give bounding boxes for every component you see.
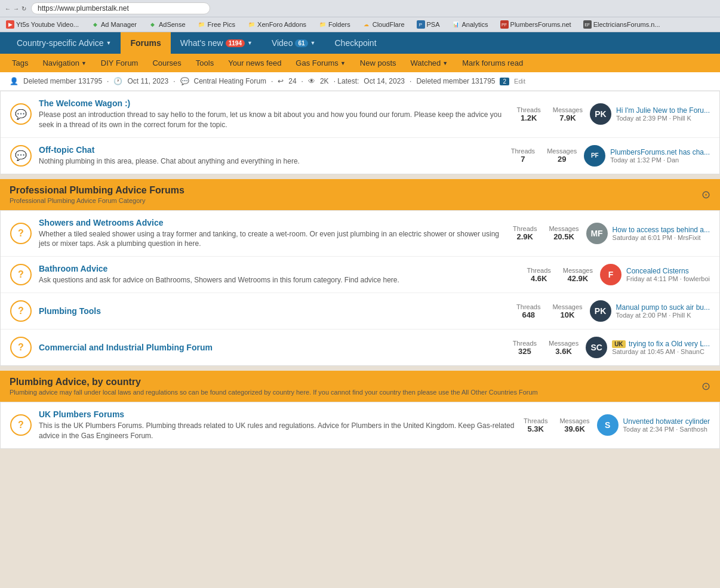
tools-latest-title[interactable]: Manual pump to suck air bu... (616, 303, 710, 312)
showers-desc: Whether a tiled sealed shower using a tr… (39, 229, 506, 250)
forward-icon[interactable]: → (13, 5, 19, 12)
bathroom-info: Bathroom Advice Ask questions and ask fo… (39, 264, 519, 285)
nav-checkpoint[interactable]: Checkpoint (325, 32, 386, 54)
off-topic-latest-title[interactable]: PlumbersForums.net has cha... (610, 148, 710, 156)
off-topic-avatar: PF (584, 145, 605, 167)
bookmark-cloudflare[interactable]: ☁ CloudFlare (360, 19, 407, 30)
bookmark-folders[interactable]: 📁 Folders (316, 19, 353, 30)
bookmark-analytics[interactable]: 📊 Analytics (450, 19, 491, 30)
off-topic-threads: Threads 7 (511, 147, 535, 164)
off-topic-messages: Messages 29 (547, 147, 577, 164)
subnav-courses[interactable]: Courses (145, 54, 188, 72)
off-topic-desc: Nothing plumbing in this area, please. C… (39, 156, 504, 167)
subnav-tools[interactable]: Tools (189, 54, 221, 72)
off-topic-latest-meta: Today at 1:32 PM · Dan (610, 156, 710, 164)
welcome-wagon-messages: Messages 7.9K (553, 106, 583, 122)
showers-icon: ? (10, 223, 32, 244)
professional-section-subtitle: Professional Plumbing Advice Forum Categ… (10, 197, 184, 204)
by-country-section-header: Plumbing Advice, by country Plumbing adv… (0, 371, 720, 402)
bookmark-xenforo[interactable]: 📁 XenForo Addons (245, 19, 309, 30)
uk-threads: Threads 5.3K (524, 417, 547, 433)
tools-latest: PK Manual pump to suck air bu... Today a… (590, 300, 710, 322)
showers-messages: Messages 20.5K (549, 225, 579, 241)
tools-messages: Messages 10K (552, 303, 582, 319)
bookmark-adsense[interactable]: ◆ AdSense (146, 19, 188, 30)
bathroom-icon: ? (10, 264, 32, 285)
whats-new-dropdown-arrow: ▼ (247, 40, 253, 46)
uk-latest: S Unvented hotwater cylinder Today at 2:… (597, 414, 710, 436)
showers-title[interactable]: Showers and Wetrooms Advice (39, 218, 506, 227)
subnav-mark-forums-read[interactable]: Mark forums read (455, 54, 530, 72)
chat-icon: 💬 (180, 77, 189, 85)
yt5s-icon: ▶ (6, 20, 14, 29)
uk-stats: Threads 5.3K Messages 39.6K (524, 417, 590, 433)
welcome-wagon-info: The Welcome Wagon :) Please post an intr… (39, 98, 509, 130)
uk-info: UK Plumbers Forums This is the UK Plumbe… (39, 410, 516, 441)
off-topic-icon: 💬 (10, 145, 32, 167)
subnav-gas-forums[interactable]: Gas Forums ▼ (288, 54, 352, 72)
uk-title[interactable]: UK Plumbers Forums (39, 410, 516, 419)
commercial-messages: Messages 3.6K (549, 340, 579, 356)
commercial-title[interactable]: Commercial and Industrial Plumbing Forum (39, 343, 506, 352)
welcome-wagon-latest-title[interactable]: Hi I'm Julie New to the Foru... (616, 106, 710, 115)
subnav-navigation[interactable]: Navigation ▼ (35, 54, 93, 72)
off-topic-latest-info: PlumbersForums.net has cha... Today at 1… (610, 148, 710, 164)
welcome-wagon-latest-info: Hi I'm Julie New to the Foru... Today at… (616, 106, 710, 122)
url-bar[interactable]: https://www.plumberstalk.net (31, 2, 210, 14)
uk-latest-meta: Today at 2:34 PM · Santhosh (623, 426, 710, 433)
subnav-news-feed[interactable]: Your news feed (221, 54, 288, 72)
by-country-toggle[interactable]: ⊙ (701, 380, 710, 393)
bookmark-yt5s[interactable]: ▶ Yt5s Youtube Video... (4, 19, 81, 30)
forum-row-bathroom: ? Bathroom Advice Ask questions and ask … (1, 257, 719, 293)
by-country-section: Plumbing Advice, by country Plumbing adv… (0, 371, 720, 449)
uk-latest-title[interactable]: Unvented hotwater cylinder (623, 417, 710, 426)
welcome-section: 💬 The Welcome Wagon :) Please post an in… (0, 91, 720, 174)
bathroom-title[interactable]: Bathroom Advice (39, 264, 519, 273)
bathroom-messages: Messages 42.9K (563, 267, 593, 283)
bathroom-latest-title[interactable]: Concealed Cisterns (626, 267, 710, 275)
showers-latest: MF How to access taps behind a... Saturd… (586, 223, 710, 244)
showers-latest-title[interactable]: How to access taps behind a... (613, 226, 710, 234)
bookmark-electriciansforums[interactable]: EF ElectriciansForums.n... (581, 19, 663, 30)
tools-icon: ? (10, 300, 32, 322)
welcome-forum-container: 💬 The Welcome Wagon :) Please post an in… (0, 91, 720, 174)
bookmarks-bar: ▶ Yt5s Youtube Video... ◆ Ad Manager ◆ A… (0, 17, 720, 32)
nav-video[interactable]: Video 61 ▼ (262, 32, 325, 54)
commercial-latest-title[interactable]: UK trying to fix a Old very L... (612, 340, 710, 348)
tools-latest-info: Manual pump to suck air bu... Today at 2… (616, 303, 710, 319)
subnav-watched[interactable]: Watched ▼ (404, 54, 456, 72)
nav-forums[interactable]: Forums (121, 32, 170, 54)
bookmark-psa[interactable]: P PSA (414, 19, 442, 30)
bathroom-desc: Ask questions and ask for advice on Bath… (39, 275, 519, 285)
nav-whats-new[interactable]: What's new 1194 ▼ (171, 32, 262, 54)
bookmark-plumbersforums[interactable]: PF PlumbersForums.net (498, 19, 574, 30)
forum-row-tools: ? Plumbing Tools Threads 648 Messages 10… (1, 293, 719, 330)
subnav-tags[interactable]: Tags (5, 54, 35, 72)
video-badge: 61 (295, 39, 307, 47)
off-topic-stats: Threads 7 Messages 29 (511, 147, 577, 164)
tools-title[interactable]: Plumbing Tools (39, 306, 509, 316)
subnav-new-posts[interactable]: New posts (353, 54, 404, 72)
bookmark-admanager[interactable]: ◆ Ad Manager (88, 19, 139, 30)
off-topic-latest: PF PlumbersForums.net has cha... Today a… (584, 145, 710, 167)
tools-threads: Threads 648 (516, 303, 540, 319)
by-country-forum-container: ? UK Plumbers Forums This is the UK Plum… (0, 402, 720, 449)
bathroom-stats: Threads 4.6K Messages 42.9K (527, 267, 593, 283)
freepics-icon: 📁 (198, 20, 206, 29)
uk-icon: ? (10, 414, 32, 436)
off-topic-title[interactable]: Off-topic Chat (39, 145, 504, 155)
subnav-diy-forum[interactable]: DIY Forum (94, 54, 146, 72)
uk-desc: This is the UK Plumbers Forums. Plumbing… (39, 421, 516, 441)
professional-toggle[interactable]: ⊙ (701, 188, 710, 201)
edit-link[interactable]: Edit (514, 78, 525, 85)
welcome-wagon-latest: PK Hi I'm Julie New to the Foru... Today… (590, 103, 710, 125)
welcome-wagon-title[interactable]: The Welcome Wagon :) (39, 98, 509, 108)
back-icon[interactable]: ← (5, 5, 11, 12)
xenforo-icon: 📁 (247, 20, 256, 29)
bookmark-freepics[interactable]: 📁 Free Pics (195, 19, 238, 30)
nav-country-specific[interactable]: Country-specific Advice ▼ (7, 32, 121, 54)
bathroom-latest-meta: Friday at 4:11 PM · fowlerboi (626, 275, 710, 282)
electriciansforums-icon: EF (583, 20, 592, 29)
reload-icon[interactable]: ↻ (21, 5, 26, 12)
commercial-icon: ? (10, 337, 32, 358)
